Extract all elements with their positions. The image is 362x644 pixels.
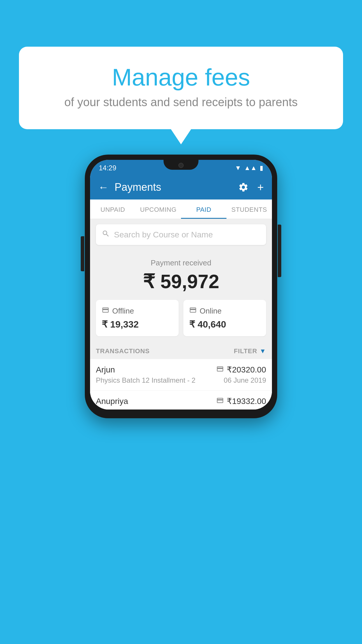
tabs: UNPAID UPCOMING PAID STUDENTS <box>90 200 272 219</box>
online-card: Online ₹ 40,640 <box>183 300 266 336</box>
filter-text: FILTER <box>234 347 257 355</box>
transaction-amount-wrap: ₹19332.00 <box>216 396 266 406</box>
transaction-sub-row: Physics Batch 12 Installment - 2 06 June… <box>96 376 266 384</box>
camera <box>178 163 184 168</box>
bubble-subtitle: of your students and send receipts to pa… <box>42 96 320 109</box>
payment-summary: Payment received ₹ 59,972 <box>90 250 272 300</box>
tab-unpaid[interactable]: UNPAID <box>90 200 136 219</box>
offline-amount: ₹ 19,332 <box>102 319 173 330</box>
payment-received-label: Payment received <box>96 258 266 267</box>
add-button[interactable]: + <box>257 181 264 194</box>
online-icon <box>189 306 197 316</box>
online-amount: ₹ 40,640 <box>189 319 260 330</box>
search-bar[interactable]: Search by Course or Name <box>96 224 266 245</box>
phone-container: 14:29 ▼ ▲▲ ▮ ← Payments + UNPAID UPCOMI <box>85 155 277 418</box>
transaction-amount: ₹20320.00 <box>227 365 266 374</box>
offline-label: Offline <box>112 307 134 316</box>
search-placeholder: Search by Course or Name <box>114 230 213 239</box>
payment-total-amount: ₹ 59,972 <box>96 270 266 293</box>
settings-icon[interactable] <box>238 182 249 192</box>
card-payment-icon <box>216 365 224 374</box>
online-card-header: Online <box>189 306 260 316</box>
bubble-title: Manage fees <box>42 64 320 90</box>
transaction-name: Arjun <box>96 365 115 374</box>
payment-cards: Offline ₹ 19,332 Online ₹ 40,640 <box>90 300 272 342</box>
phone-frame: 14:29 ▼ ▲▲ ▮ ← Payments + UNPAID UPCOMI <box>85 155 277 418</box>
tab-upcoming[interactable]: UPCOMING <box>136 200 181 219</box>
transaction-amount: ₹19332.00 <box>227 396 266 406</box>
tab-students[interactable]: STUDENTS <box>226 200 272 219</box>
transaction-name: Anupriya <box>96 397 128 406</box>
transactions-list: Arjun ₹20320.00 Physics Batch 12 Install… <box>90 359 272 410</box>
app-bar-title: Payments <box>115 181 232 193</box>
phone-notch <box>164 160 198 170</box>
speech-bubble-container: Manage fees of your students and send re… <box>19 47 343 129</box>
wifi-icon: ▼ <box>235 164 241 172</box>
back-button[interactable]: ← <box>98 181 109 193</box>
transaction-date: 06 June 2019 <box>224 376 266 384</box>
signal-icon: ▲▲ <box>244 164 257 172</box>
transactions-label: TRANSACTIONS <box>96 347 150 355</box>
search-icon <box>102 230 110 240</box>
transaction-amount-wrap: ₹20320.00 <box>216 365 266 374</box>
offline-payment-icon <box>216 397 224 406</box>
online-label: Online <box>200 307 222 316</box>
table-row[interactable]: Arjun ₹20320.00 Physics Batch 12 Install… <box>90 359 272 391</box>
transaction-main-row: Arjun ₹20320.00 <box>96 365 266 374</box>
offline-icon <box>102 306 109 316</box>
speech-bubble: Manage fees of your students and send re… <box>19 47 343 129</box>
offline-card: Offline ₹ 19,332 <box>96 300 179 336</box>
tab-paid[interactable]: PAID <box>181 200 226 219</box>
status-time: 14:29 <box>99 164 116 172</box>
phone-screen: 14:29 ▼ ▲▲ ▮ ← Payments + UNPAID UPCOMI <box>90 160 272 410</box>
transaction-partial-main: Anupriya ₹19332.00 <box>96 396 266 406</box>
transactions-header: TRANSACTIONS FILTER ▼ <box>90 342 272 359</box>
app-bar: ← Payments + <box>90 175 272 200</box>
transaction-course: Physics Batch 12 Installment - 2 <box>96 376 195 384</box>
table-row[interactable]: Anupriya ₹19332.00 <box>90 391 272 410</box>
filter-button[interactable]: FILTER ▼ <box>234 347 266 355</box>
battery-icon: ▮ <box>260 164 263 172</box>
offline-card-header: Offline <box>102 306 173 316</box>
status-icons: ▼ ▲▲ ▮ <box>235 164 263 172</box>
filter-icon: ▼ <box>259 347 266 355</box>
